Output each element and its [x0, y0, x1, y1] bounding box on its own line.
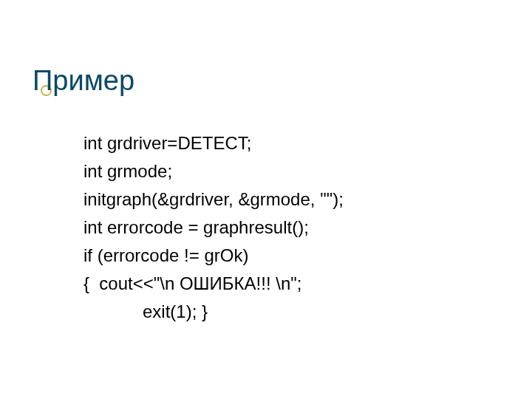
code-line: if (errorcode != grOk) — [83, 242, 344, 270]
slide: Пример int grdriver=DETECT; int grmode; … — [0, 0, 532, 399]
code-line: int grmode; — [83, 157, 344, 185]
code-line: initgraph(&grdriver, &grmode, ""); — [83, 185, 344, 214]
code-block: int grdriver=DETECT; int grmode; initgra… — [83, 129, 344, 326]
code-line: int errorcode = graphresult(); — [83, 214, 344, 242]
code-line: exit(1); } — [83, 298, 344, 326]
slide-title: Пример — [33, 65, 134, 97]
code-line: { cout<<"\n ОШИБКА!!! \n"; — [83, 270, 344, 298]
code-line: int grdriver=DETECT; — [83, 129, 344, 157]
